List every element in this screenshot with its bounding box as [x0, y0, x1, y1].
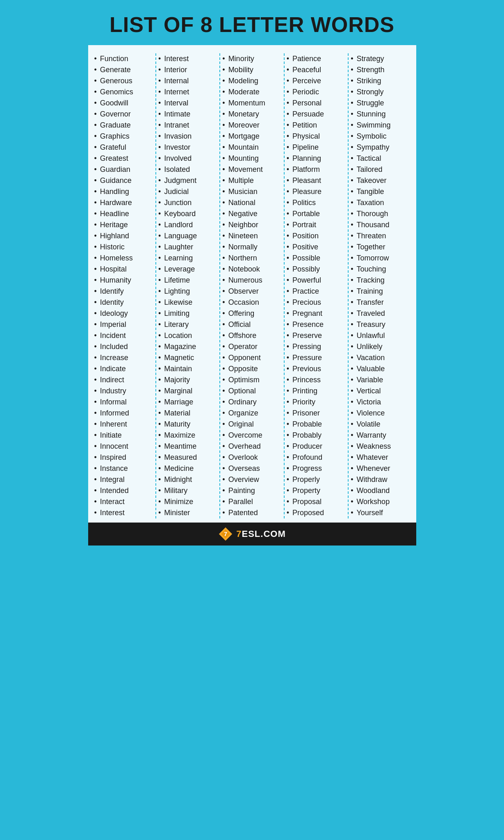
list-item: Training: [351, 286, 410, 297]
list-item: Together: [351, 242, 410, 253]
list-item: Tangible: [351, 186, 410, 197]
list-item: Intranet: [158, 120, 217, 131]
list-item: Volatile: [351, 419, 410, 430]
list-item: Pressure: [287, 352, 346, 363]
list-item: Possibly: [287, 264, 346, 275]
list-item: Northern: [222, 253, 281, 264]
word-list-4: StrategyStrengthStrikingStronglyStruggle…: [351, 53, 410, 518]
list-item: Incident: [94, 330, 153, 341]
list-item: Innocent: [94, 441, 153, 452]
word-column-2: MinorityMobilityModelingModerateMomentum…: [220, 53, 284, 518]
list-item: Organize: [222, 408, 281, 419]
list-item: Grateful: [94, 142, 153, 153]
list-item: Properly: [287, 474, 346, 485]
list-item: Measured: [158, 452, 217, 463]
list-item: Sympathy: [351, 142, 410, 153]
list-item: Patented: [222, 507, 281, 518]
list-item: Interact: [94, 496, 153, 507]
list-item: Progress: [287, 463, 346, 474]
list-item: Instance: [94, 463, 153, 474]
list-item: Isolated: [158, 164, 217, 175]
list-item: Lifetime: [158, 275, 217, 286]
list-item: Multiple: [222, 175, 281, 186]
word-list-2: MinorityMobilityModelingModerateMomentum…: [222, 53, 281, 518]
list-item: Lighting: [158, 286, 217, 297]
list-item: Likewise: [158, 297, 217, 308]
list-item: Limiting: [158, 308, 217, 319]
list-item: Tracking: [351, 275, 410, 286]
list-item: Inherent: [94, 419, 153, 430]
list-item: Internal: [158, 75, 217, 87]
list-item: Observer: [222, 286, 281, 297]
list-item: Occasion: [222, 297, 281, 308]
list-item: Positive: [287, 242, 346, 253]
word-column-0: FunctionGenerateGenerousGenomicsGoodwill…: [92, 53, 156, 518]
list-item: Junction: [158, 197, 217, 208]
logo-icon: 7: [218, 527, 233, 541]
list-item: Valuable: [351, 363, 410, 374]
list-item: Optional: [222, 386, 281, 397]
list-item: Informal: [94, 397, 153, 408]
list-item: Symbolic: [351, 131, 410, 142]
list-item: Overcome: [222, 430, 281, 441]
list-item: Intimate: [158, 109, 217, 120]
word-column-4: StrategyStrengthStrikingStronglyStruggle…: [349, 53, 412, 518]
list-item: Involved: [158, 153, 217, 164]
list-item: Perceive: [287, 75, 346, 87]
list-item: Midnight: [158, 474, 217, 485]
list-item: Tomorrow: [351, 253, 410, 264]
page-header: LIST OF 8 LETTER WORDS: [84, 0, 420, 45]
list-item: Periodic: [287, 87, 346, 98]
list-item: Keyboard: [158, 208, 217, 219]
list-item: Historic: [94, 242, 153, 253]
list-item: Opposite: [222, 363, 281, 374]
list-item: Unlikely: [351, 341, 410, 352]
list-item: Opponent: [222, 352, 281, 363]
list-item: Taxation: [351, 197, 410, 208]
footer-logo: 7 7ESL.COM: [218, 527, 285, 541]
list-item: Homeless: [94, 253, 153, 264]
list-item: Overseas: [222, 463, 281, 474]
list-item: Maintain: [158, 363, 217, 374]
list-item: Language: [158, 231, 217, 242]
list-item: Variable: [351, 374, 410, 386]
list-item: Invasion: [158, 131, 217, 142]
list-item: Genomics: [94, 87, 153, 98]
list-item: Victoria: [351, 397, 410, 408]
list-item: Practice: [287, 286, 346, 297]
list-item: Transfer: [351, 297, 410, 308]
list-item: Informed: [94, 408, 153, 419]
list-item: Investor: [158, 142, 217, 153]
list-item: Overlook: [222, 452, 281, 463]
list-item: Threaten: [351, 231, 410, 242]
list-item: Mounting: [222, 153, 281, 164]
list-item: Proposed: [287, 507, 346, 518]
list-item: Unlawful: [351, 330, 410, 341]
list-item: Whatever: [351, 452, 410, 463]
list-item: Integral: [94, 474, 153, 485]
list-item: Probably: [287, 430, 346, 441]
list-item: Princess: [287, 374, 346, 386]
footer: 7 7ESL.COM: [88, 523, 416, 546]
list-item: Marriage: [158, 397, 217, 408]
list-item: Generate: [94, 64, 153, 75]
list-item: Magnetic: [158, 352, 217, 363]
list-item: Probable: [287, 419, 346, 430]
list-item: Parallel: [222, 496, 281, 507]
list-item: Profound: [287, 452, 346, 463]
word-columns: FunctionGenerateGenerousGenomicsGoodwill…: [92, 53, 412, 518]
list-item: Thousand: [351, 219, 410, 231]
list-item: Landlord: [158, 219, 217, 231]
list-item: Guidance: [94, 175, 153, 186]
list-item: Internet: [158, 87, 217, 98]
list-item: Laughter: [158, 242, 217, 253]
list-item: Priority: [287, 397, 346, 408]
list-item: Governor: [94, 109, 153, 120]
list-item: Guardian: [94, 164, 153, 175]
list-item: Inspired: [94, 452, 153, 463]
list-item: Struggle: [351, 98, 410, 109]
list-item: Graphics: [94, 131, 153, 142]
list-item: Industry: [94, 386, 153, 397]
list-item: Petition: [287, 120, 346, 131]
svg-text:7: 7: [224, 531, 227, 537]
